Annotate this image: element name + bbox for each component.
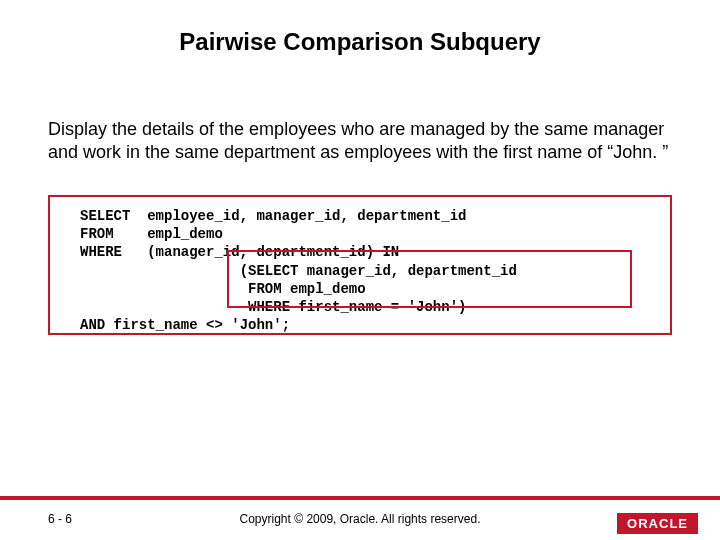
footer-divider (0, 496, 720, 500)
code-block-container: SELECT employee_id, manager_id, departme… (48, 195, 672, 335)
body-paragraph: Display the details of the employees who… (48, 118, 672, 163)
slide: Pairwise Comparison Subquery Display the… (0, 0, 720, 540)
copyright-text: Copyright © 2009, Oracle. All rights res… (0, 512, 720, 526)
sql-code: SELECT employee_id, manager_id, departme… (80, 207, 517, 334)
slide-title: Pairwise Comparison Subquery (0, 0, 720, 56)
oracle-logo: ORACLE (617, 513, 698, 534)
